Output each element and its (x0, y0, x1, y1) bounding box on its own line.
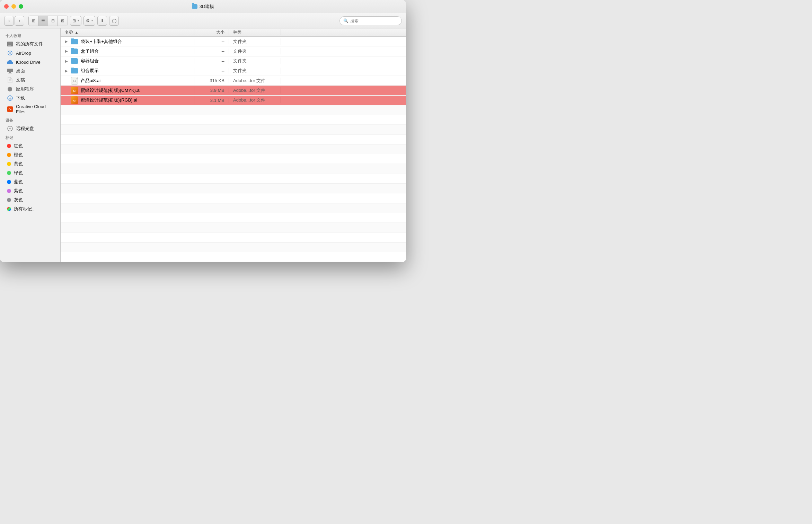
file-row[interactable]: ▶ 袋装+卡装+其他组合 -- 文件夹 (61, 37, 406, 46)
file-row[interactable]: ▶ 容器组合 -- 文件夹 (61, 56, 406, 66)
file-row-empty (61, 125, 406, 134)
action-button[interactable]: ⚙ ▾ (83, 16, 95, 26)
expand-triangle-icon[interactable]: ▶ (65, 69, 68, 72)
file-row[interactable]: ▶ 组合展示 -- 文件夹 (61, 66, 406, 76)
sidebar-item-tag-blue[interactable]: 蓝色 (1, 177, 59, 186)
ai-file-selected-icon: Ai (71, 96, 78, 104)
expand-triangle-icon[interactable]: ▶ (65, 50, 68, 53)
sidebar-item-optical[interactable]: 远程光盘 (1, 124, 59, 133)
purple-tag-dot (7, 189, 11, 193)
nav-buttons[interactable]: ‹ › (4, 16, 24, 26)
sidebar-item-all-files[interactable]: 我的所有文件 (1, 40, 59, 49)
search-box[interactable]: 🔍 (339, 16, 402, 25)
cc-files-icon: Cc (7, 106, 13, 112)
optical-icon (7, 125, 13, 132)
file-kind: 文件夹 (229, 48, 281, 54)
file-row-name: ▶ 盒子组合 (61, 48, 194, 54)
file-row[interactable]: ▶ Ai 蜜蜂设计规范(初版)(CMYK).ai 3.9 MB Adobe...… (61, 86, 406, 95)
sidebar-item-tag-orange[interactable]: 橙色 (1, 150, 59, 159)
col-kind-header[interactable]: 种类 (229, 29, 281, 35)
col-name-header[interactable]: 名称 ▲ (61, 29, 194, 35)
sidebar-item-tag-red[interactable]: 红色 (1, 141, 59, 150)
svg-point-11 (8, 126, 12, 131)
chevron-down-icon: ▾ (78, 19, 79, 22)
file-row-empty (61, 223, 406, 233)
sidebar-item-tag-yellow[interactable]: 黄色 (1, 159, 59, 168)
sidebar-item-cc-files-label: Creative Cloud Files (16, 104, 53, 114)
svg-text:Ai: Ai (73, 89, 76, 93)
file-kind: Adobe...tor 文件 (229, 78, 281, 84)
sidebar-item-tag-purple[interactable]: 紫色 (1, 186, 59, 195)
file-row-empty (61, 203, 406, 213)
file-name-label: 盒子组合 (81, 48, 99, 54)
icloud-icon (7, 59, 13, 65)
file-row[interactable]: ▶ Ai 蜜蜂设计规范(初版)(RGB).ai 3.1 MB Adobe...t… (61, 96, 406, 105)
col-size-header[interactable]: 大小 (194, 29, 229, 35)
ai-file-selected-icon: Ai (71, 87, 78, 94)
file-name-label: 产品ai8.ai (81, 78, 100, 84)
red-tag-dot (7, 144, 11, 148)
view-coverflow-button[interactable]: ⊠ (58, 16, 68, 26)
view-columns-button[interactable]: ⊟ (48, 16, 58, 26)
file-size: -- (194, 59, 229, 64)
file-row-empty (61, 135, 406, 145)
arrange-button[interactable]: ⊞ ▾ (70, 16, 81, 26)
tag-button[interactable]: ◯ (109, 16, 119, 26)
share-button[interactable]: ⬆ (97, 16, 107, 26)
devices-section-title: 设备 (0, 116, 60, 124)
file-row-empty (61, 252, 406, 262)
applications-icon (7, 86, 13, 92)
close-button[interactable] (4, 4, 9, 9)
file-row-empty (61, 164, 406, 174)
forward-button[interactable]: › (15, 16, 24, 26)
file-size: 315 KB (194, 78, 229, 83)
sidebar-item-airdrop[interactable]: AirDrop (1, 49, 59, 58)
window-title: 3D建模 (200, 3, 214, 10)
file-row-empty (61, 174, 406, 184)
expand-triangle-icon[interactable]: ▶ (65, 40, 68, 43)
file-row-empty (61, 145, 406, 154)
title-folder-icon (192, 4, 197, 9)
file-kind: 文件夹 (229, 58, 281, 64)
svg-text:Ai: Ai (73, 99, 76, 102)
gear-icon: ⚙ (86, 18, 90, 23)
col-kind-label: 种类 (233, 30, 241, 35)
sidebar-item-tag-green[interactable]: 绿色 (1, 168, 59, 177)
sidebar-item-tag-gray[interactable]: 灰色 (1, 195, 59, 204)
maximize-button[interactable] (19, 4, 23, 9)
sidebar-item-cc-files[interactable]: Cc Creative Cloud Files (1, 103, 59, 116)
minimize-button[interactable] (11, 4, 16, 9)
svg-point-4 (9, 52, 11, 54)
sidebar-item-all-tags[interactable]: 所有标记... (1, 204, 59, 213)
yellow-tag-dot (7, 162, 11, 166)
file-row[interactable]: ▶ 产品ai8.ai 315 KB Adobe...tor 文件 (61, 76, 406, 86)
back-button[interactable]: ‹ (4, 16, 14, 26)
window-controls[interactable] (4, 4, 23, 9)
sidebar-item-applications[interactable]: 应用程序 (1, 85, 59, 94)
file-size: -- (194, 39, 229, 44)
sidebar-item-downloads[interactable]: 下载 (1, 94, 59, 103)
file-size: -- (194, 49, 229, 54)
expand-triangle-icon[interactable]: ▶ (65, 59, 68, 63)
file-list-content: 名称 ▲ 大小 种类 ▶ 袋装+卡装+其他组合 -- 文件夹 ▶ (61, 28, 406, 262)
sidebar-item-icloud[interactable]: iCloud Drive (1, 58, 59, 67)
sidebar-item-applications-label: 应用程序 (16, 86, 34, 92)
arrange-icon: ⊞ (72, 18, 76, 23)
svg-point-12 (9, 128, 11, 129)
sidebar-item-all-files-label: 我的所有文件 (16, 41, 43, 47)
forward-icon: › (19, 18, 20, 23)
search-input[interactable] (350, 18, 395, 23)
sidebar-item-desktop[interactable]: 桌面 (1, 67, 59, 76)
view-icon-button[interactable]: ⊞ (29, 16, 38, 26)
all-tags-dot (7, 207, 11, 211)
sidebar-item-documents[interactable]: 文稿 (1, 76, 59, 85)
action-chevron-icon: ▾ (91, 19, 93, 22)
view-list-button[interactable]: ☰ (38, 16, 48, 26)
view-buttons-group[interactable]: ⊞ ☰ ⊟ ⊠ (28, 16, 68, 26)
view-columns-icon: ⊟ (51, 18, 55, 23)
view-coverflow-icon: ⊠ (61, 18, 64, 23)
file-row[interactable]: ▶ 盒子组合 -- 文件夹 (61, 46, 406, 56)
orange-tag-dot (7, 153, 11, 157)
file-row-empty (61, 154, 406, 164)
file-row-empty (61, 184, 406, 193)
